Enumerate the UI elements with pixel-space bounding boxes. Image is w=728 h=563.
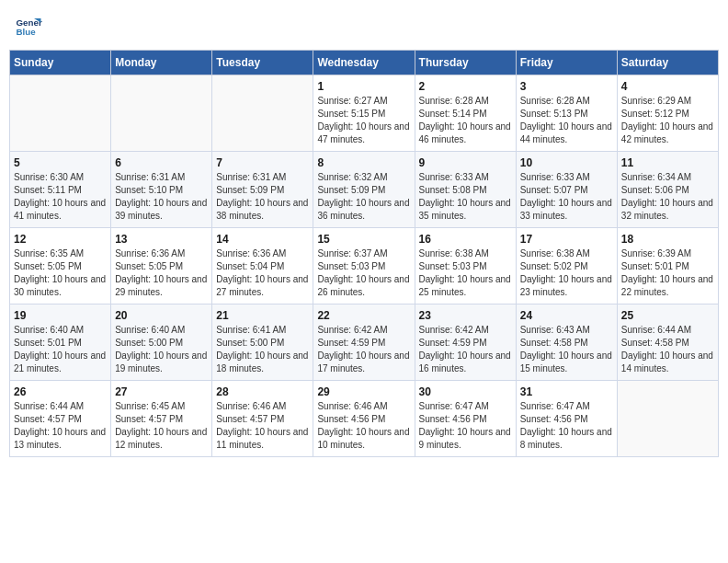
calendar-cell: 18Sunrise: 6:39 AM Sunset: 5:01 PM Dayli… [617,228,718,304]
day-number: 11 [621,156,714,169]
calendar-cell: 3Sunrise: 6:28 AM Sunset: 5:13 PM Daylig… [516,75,617,152]
day-number: 30 [419,385,512,398]
week-row-1: 5Sunrise: 6:30 AM Sunset: 5:11 PM Daylig… [10,152,719,228]
day-info: Sunrise: 6:44 AM Sunset: 4:58 PM Dayligh… [621,324,714,375]
day-header-monday: Monday [111,51,212,75]
day-info: Sunrise: 6:28 AM Sunset: 5:13 PM Dayligh… [520,95,613,146]
day-info: Sunrise: 6:28 AM Sunset: 5:14 PM Dayligh… [419,95,512,146]
day-number: 14 [216,233,309,246]
calendar-cell [111,75,212,152]
day-info: Sunrise: 6:41 AM Sunset: 5:00 PM Dayligh… [216,324,309,375]
calendar-cell: 27Sunrise: 6:45 AM Sunset: 4:57 PM Dayli… [111,381,212,457]
day-number: 1 [317,80,410,93]
calendar-cell: 25Sunrise: 6:44 AM Sunset: 4:58 PM Dayli… [617,304,718,381]
day-info: Sunrise: 6:47 AM Sunset: 4:56 PM Dayligh… [520,400,613,452]
day-number: 26 [14,385,107,398]
day-info: Sunrise: 6:44 AM Sunset: 4:57 PM Dayligh… [14,400,107,452]
calendar-cell: 16Sunrise: 6:38 AM Sunset: 5:03 PM Dayli… [415,228,516,304]
day-number: 18 [621,233,714,246]
calendar-cell: 23Sunrise: 6:42 AM Sunset: 4:59 PM Dayli… [415,304,516,381]
day-info: Sunrise: 6:47 AM Sunset: 4:56 PM Dayligh… [419,400,512,452]
day-info: Sunrise: 6:31 AM Sunset: 5:10 PM Dayligh… [115,171,208,223]
day-number: 17 [520,233,613,246]
calendar-cell: 22Sunrise: 6:42 AM Sunset: 4:59 PM Dayli… [313,304,415,381]
logo: General Blue [15,13,46,40]
calendar-cell: 6Sunrise: 6:31 AM Sunset: 5:10 PM Daylig… [111,152,212,228]
day-number: 6 [115,156,208,169]
day-number: 2 [419,80,512,93]
day-number: 13 [115,233,208,246]
day-header-tuesday: Tuesday [212,51,313,75]
day-number: 8 [317,156,410,169]
week-row-0: 1Sunrise: 6:27 AM Sunset: 5:15 PM Daylig… [10,75,719,152]
day-info: Sunrise: 6:37 AM Sunset: 5:03 PM Dayligh… [317,247,410,299]
day-info: Sunrise: 6:35 AM Sunset: 5:05 PM Dayligh… [14,247,107,299]
svg-text:Blue: Blue [17,27,37,37]
calendar-cell: 10Sunrise: 6:33 AM Sunset: 5:07 PM Dayli… [516,152,617,228]
day-number: 7 [216,156,309,169]
day-info: Sunrise: 6:40 AM Sunset: 5:00 PM Dayligh… [115,324,208,375]
day-header-wednesday: Wednesday [313,51,415,75]
calendar-cell: 31Sunrise: 6:47 AM Sunset: 4:56 PM Dayli… [516,381,617,457]
calendar-cell: 14Sunrise: 6:36 AM Sunset: 5:04 PM Dayli… [212,228,313,304]
day-number: 15 [317,233,410,246]
day-info: Sunrise: 6:36 AM Sunset: 5:04 PM Dayligh… [216,247,309,299]
calendar-cell: 7Sunrise: 6:31 AM Sunset: 5:09 PM Daylig… [212,152,313,228]
days-header-row: SundayMondayTuesdayWednesdayThursdayFrid… [10,51,719,75]
day-number: 5 [14,156,107,169]
day-info: Sunrise: 6:30 AM Sunset: 5:11 PM Dayligh… [14,171,107,223]
week-row-2: 12Sunrise: 6:35 AM Sunset: 5:05 PM Dayli… [10,228,719,304]
day-number: 16 [419,233,512,246]
day-info: Sunrise: 6:27 AM Sunset: 5:15 PM Dayligh… [317,95,410,146]
calendar-cell: 24Sunrise: 6:43 AM Sunset: 4:58 PM Dayli… [516,304,617,381]
day-info: Sunrise: 6:42 AM Sunset: 4:59 PM Dayligh… [419,324,512,375]
day-number: 10 [520,156,613,169]
calendar-cell [617,381,718,457]
calendar-table: SundayMondayTuesdayWednesdayThursdayFrid… [9,50,719,457]
day-number: 23 [419,309,512,322]
day-header-thursday: Thursday [415,51,516,75]
day-number: 19 [14,309,107,322]
day-info: Sunrise: 6:32 AM Sunset: 5:09 PM Dayligh… [317,171,410,223]
week-row-3: 19Sunrise: 6:40 AM Sunset: 5:01 PM Dayli… [10,304,719,381]
calendar-cell: 4Sunrise: 6:29 AM Sunset: 5:12 PM Daylig… [617,75,718,152]
calendar-cell: 5Sunrise: 6:30 AM Sunset: 5:11 PM Daylig… [10,152,111,228]
day-header-friday: Friday [516,51,617,75]
calendar-cell: 15Sunrise: 6:37 AM Sunset: 5:03 PM Dayli… [313,228,415,304]
day-info: Sunrise: 6:45 AM Sunset: 4:57 PM Dayligh… [115,400,208,452]
calendar-cell: 20Sunrise: 6:40 AM Sunset: 5:00 PM Dayli… [111,304,212,381]
day-info: Sunrise: 6:33 AM Sunset: 5:08 PM Dayligh… [419,171,512,223]
day-info: Sunrise: 6:31 AM Sunset: 5:09 PM Dayligh… [216,171,309,223]
day-number: 12 [14,233,107,246]
calendar-cell: 2Sunrise: 6:28 AM Sunset: 5:14 PM Daylig… [415,75,516,152]
calendar-cell: 21Sunrise: 6:41 AM Sunset: 5:00 PM Dayli… [212,304,313,381]
page-header: General Blue [9,9,719,44]
day-number: 4 [621,80,714,93]
calendar-cell: 26Sunrise: 6:44 AM Sunset: 4:57 PM Dayli… [10,381,111,457]
calendar-cell: 13Sunrise: 6:36 AM Sunset: 5:05 PM Dayli… [111,228,212,304]
day-header-sunday: Sunday [10,51,111,75]
calendar-cell: 8Sunrise: 6:32 AM Sunset: 5:09 PM Daylig… [313,152,415,228]
calendar-cell: 17Sunrise: 6:38 AM Sunset: 5:02 PM Dayli… [516,228,617,304]
day-number: 25 [621,309,714,322]
day-info: Sunrise: 6:43 AM Sunset: 4:58 PM Dayligh… [520,324,613,375]
day-info: Sunrise: 6:29 AM Sunset: 5:12 PM Dayligh… [621,95,714,146]
calendar-cell: 11Sunrise: 6:34 AM Sunset: 5:06 PM Dayli… [617,152,718,228]
calendar-cell: 30Sunrise: 6:47 AM Sunset: 4:56 PM Dayli… [415,381,516,457]
calendar-cell: 1Sunrise: 6:27 AM Sunset: 5:15 PM Daylig… [313,75,415,152]
day-number: 29 [317,385,410,398]
calendar-cell: 29Sunrise: 6:46 AM Sunset: 4:56 PM Dayli… [313,381,415,457]
day-info: Sunrise: 6:38 AM Sunset: 5:03 PM Dayligh… [419,247,512,299]
day-info: Sunrise: 6:46 AM Sunset: 4:56 PM Dayligh… [317,400,410,452]
calendar-cell [212,75,313,152]
day-number: 31 [520,385,613,398]
day-number: 22 [317,309,410,322]
calendar-cell: 12Sunrise: 6:35 AM Sunset: 5:05 PM Dayli… [10,228,111,304]
day-number: 24 [520,309,613,322]
day-number: 20 [115,309,208,322]
day-info: Sunrise: 6:42 AM Sunset: 4:59 PM Dayligh… [317,324,410,375]
day-number: 27 [115,385,208,398]
calendar-cell: 28Sunrise: 6:46 AM Sunset: 4:57 PM Dayli… [212,381,313,457]
day-header-saturday: Saturday [617,51,718,75]
logo-icon: General Blue [15,13,42,40]
